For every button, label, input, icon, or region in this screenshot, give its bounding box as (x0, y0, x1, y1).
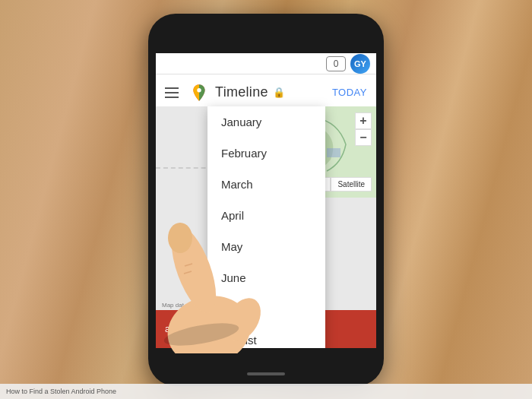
notification-badge: 0 (326, 56, 346, 71)
dropdown-item-may[interactable]: May (207, 231, 325, 262)
maps-logo-icon (189, 83, 209, 103)
avatar-initials: GY (354, 59, 366, 68)
zoom-in-button[interactable]: + (355, 112, 372, 129)
phone-screen: 0 GY Tim (156, 53, 376, 348)
badge-count: 0 (334, 59, 339, 69)
dropdown-item-february[interactable]: February (207, 138, 325, 169)
dropdown-item-june[interactable]: June (207, 262, 325, 293)
map-zoom-controls: + − (355, 112, 372, 146)
app-header: Timeline 🔒 TODAY (156, 74, 376, 111)
map-attribution: Map dat (162, 302, 184, 309)
wikihow-watermark-bar: How to Find a Stolen Android Phone (0, 384, 532, 399)
status-bar: 0 GY (156, 53, 376, 74)
page-title: Timeline (215, 84, 268, 100)
dropdown-item-april[interactable]: April (207, 200, 325, 231)
dropdown-item-july[interactable]: July (207, 293, 325, 325)
status-bar-right: 0 GY (326, 54, 370, 74)
dropdown-item-august[interactable]: August (207, 325, 325, 348)
wikihow-text: How to Find a Stolen Android Phone (6, 388, 116, 395)
month-dropdown[interactable]: January February March April May June Ju… (207, 106, 325, 348)
zoom-out-button[interactable]: − (355, 129, 372, 146)
satellite-view-button[interactable]: Satellite (331, 177, 372, 192)
dropdown-item-january[interactable]: January (207, 106, 325, 138)
home-button[interactable] (247, 372, 285, 375)
phone-device: 0 GY Tim (148, 14, 384, 386)
today-button[interactable]: TODAY (332, 87, 367, 98)
dropdown-item-march[interactable]: March (207, 169, 325, 200)
svg-rect-2 (327, 148, 340, 157)
user-avatar[interactable]: GY (350, 54, 370, 74)
lock-icon: 🔒 (273, 87, 285, 98)
hamburger-menu-icon[interactable] (165, 87, 179, 98)
svg-point-0 (197, 88, 201, 92)
